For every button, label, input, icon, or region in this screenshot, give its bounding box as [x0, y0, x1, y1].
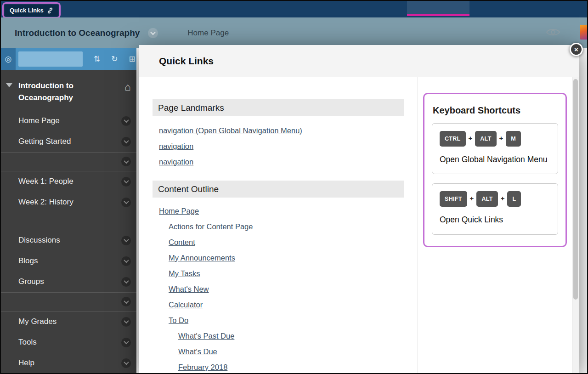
- course-header: Introduction to Oceanography Home Page: [1, 17, 587, 48]
- breadcrumb-current-page: Home Page: [187, 28, 229, 38]
- chevron-down-icon[interactable]: [121, 317, 131, 327]
- reorder-icon[interactable]: ⇅: [94, 54, 100, 64]
- plus-separator: +: [470, 194, 474, 202]
- plus-separator: +: [499, 134, 503, 142]
- landmark-link[interactable]: navigation (Open Global Navigation Menu): [159, 126, 302, 135]
- collapse-caret-icon[interactable]: [6, 83, 12, 87]
- sidebar-item-blogs[interactable]: Blogs: [1, 251, 136, 272]
- sidebar-item-label: Groups: [18, 277, 44, 286]
- key-m: M: [506, 131, 521, 147]
- sidebar-item-help[interactable]: Help: [1, 353, 136, 374]
- home-icon[interactable]: ⌂: [124, 81, 131, 93]
- quick-links-button[interactable]: Quick Links: [5, 5, 58, 16]
- open-window-icon[interactable]: ⊞: [129, 54, 136, 64]
- modal-body: Page Landmarks navigation (Open Global N…: [139, 77, 579, 374]
- course-menu: Home Page Getting Started Week 1: People…: [1, 111, 136, 374]
- keyboard-shortcuts-title: Keyboard Shortcuts: [433, 105, 558, 116]
- sidebar-item-my-grades[interactable]: My Grades: [1, 312, 136, 332]
- sidebar-item-label: Discussions: [18, 236, 60, 245]
- chevron-down-icon[interactable]: [121, 137, 131, 147]
- outline-link[interactable]: What's Past Due: [178, 332, 234, 340]
- outline-link[interactable]: My Announcements: [169, 254, 235, 262]
- link-icon: [47, 7, 53, 14]
- chevron-down-icon[interactable]: [121, 236, 131, 245]
- course-title: Introduction to Oceanography: [15, 28, 140, 38]
- modal-title: Quick Links: [159, 56, 214, 67]
- outline-link[interactable]: February 2018: [178, 363, 227, 372]
- scrollbar-thumb[interactable]: [573, 79, 578, 300]
- chevron-down-icon[interactable]: [121, 256, 131, 266]
- landmarks-list: navigation (Open Global Navigation Menu)…: [159, 123, 404, 170]
- course-menu-chevron-down-icon[interactable]: [148, 28, 158, 38]
- chevron-down-icon[interactable]: [121, 157, 131, 166]
- outline-link[interactable]: What's Due: [178, 347, 217, 356]
- landmark-link[interactable]: navigation: [159, 142, 193, 151]
- modal-scrollbar[interactable]: [572, 77, 579, 374]
- course-menu-toolbar: ◎ ⇅ ↻ ⊞: [1, 48, 136, 70]
- sidebar-item-label: Week 1: People: [18, 177, 74, 186]
- outline-link[interactable]: My Tasks: [169, 269, 200, 278]
- close-icon[interactable]: ×: [570, 43, 583, 56]
- sidebar-item-tools[interactable]: Tools: [1, 332, 136, 353]
- sidebar-divider: [1, 213, 136, 230]
- shortcut-card-quick-links: SHIFT+ALT+L Open Quick Links: [432, 183, 558, 234]
- sidebar-item-groups[interactable]: Groups: [1, 272, 136, 292]
- chevron-down-icon[interactable]: [121, 277, 131, 287]
- landmark-link[interactable]: navigation: [159, 158, 193, 166]
- quick-links-highlight: Quick Links: [2, 2, 61, 18]
- outline-link[interactable]: Calculator: [169, 300, 203, 309]
- sidebar-item-label: Tools: [18, 338, 37, 347]
- plus-separator: +: [469, 134, 473, 142]
- sidebar-divider-section: [1, 292, 136, 312]
- refresh-icon[interactable]: ↻: [111, 54, 118, 64]
- menu-view-selector[interactable]: [18, 51, 83, 67]
- brand-logo-partial[interactable]: [580, 25, 587, 40]
- chevron-down-icon[interactable]: [121, 338, 131, 347]
- sidebar-item-discussions[interactable]: Discussions: [1, 230, 136, 251]
- key-l: L: [507, 191, 521, 207]
- top-nav-active-tab[interactable]: [407, 1, 469, 16]
- key-alt: ALT: [476, 191, 498, 207]
- sidebar-item-label: Help: [18, 358, 34, 368]
- sidebar-item-label: Blogs: [18, 256, 38, 266]
- content-outline-header: Content Outline: [153, 181, 404, 198]
- student-preview-eye-icon[interactable]: [546, 27, 560, 39]
- chevron-down-icon[interactable]: [121, 297, 131, 306]
- chevron-down-icon[interactable]: [121, 198, 131, 207]
- outline-link[interactable]: Home Page: [159, 207, 199, 215]
- quick-links-label: Quick Links: [10, 7, 44, 14]
- outline-link[interactable]: What's New: [169, 285, 209, 294]
- quick-links-modal: Quick Links Page Landmarks navigation (O…: [139, 45, 579, 374]
- shortcut-keys: SHIFT+ALT+L: [440, 191, 550, 207]
- sidebar-item-label: Getting Started: [18, 137, 71, 146]
- screen: Quick Links Introduction to Oceanography…: [0, 0, 588, 374]
- sidebar-item-label: Home Page: [18, 116, 60, 125]
- chevron-down-icon[interactable]: [121, 116, 131, 126]
- outline-link[interactable]: To Do: [169, 316, 188, 325]
- shortcut-description: Open Quick Links: [440, 214, 550, 226]
- sidebar-item-week-1-people[interactable]: Week 1: People: [1, 171, 136, 192]
- outline-link[interactable]: Actions for Content Page: [169, 222, 253, 231]
- links-column: Page Landmarks navigation (Open Global N…: [139, 77, 418, 374]
- plus-separator: +: [501, 194, 505, 202]
- keyboard-shortcuts-highlight-box: Keyboard Shortcuts CTRL+ALT+M Open Globa…: [423, 93, 567, 247]
- sidebar-item-label: Week 2: History: [18, 198, 74, 207]
- outline-link[interactable]: Content: [169, 238, 195, 247]
- key-ctrl: CTRL: [440, 131, 466, 147]
- shortcut-keys: CTRL+ALT+M: [440, 131, 550, 147]
- shortcut-card-global-nav: CTRL+ALT+M Open Global Navigation Menu: [432, 123, 558, 174]
- shortcut-description: Open Global Navigation Menu: [440, 154, 550, 165]
- chevron-down-icon[interactable]: [121, 358, 131, 368]
- modal-header: Quick Links: [139, 45, 579, 77]
- sidebar-item-home-page[interactable]: Home Page: [1, 111, 136, 131]
- top-bar: Quick Links: [1, 1, 587, 17]
- shortcuts-column: Keyboard Shortcuts CTRL+ALT+M Open Globa…: [418, 77, 579, 374]
- collapse-menu-icon[interactable]: ◎: [1, 48, 16, 70]
- sidebar-item-getting-started[interactable]: Getting Started: [1, 131, 136, 152]
- sidebar-divider-section: [1, 152, 136, 171]
- content-outline-list: Home Page Actions for Content Page Conte…: [159, 203, 404, 374]
- sidebar-item-week-2-history[interactable]: Week 2: History: [1, 192, 136, 213]
- chevron-down-icon[interactable]: [121, 177, 131, 187]
- sidebar-item-label: My Grades: [18, 317, 57, 326]
- page-landmarks-header: Page Landmarks: [153, 99, 404, 116]
